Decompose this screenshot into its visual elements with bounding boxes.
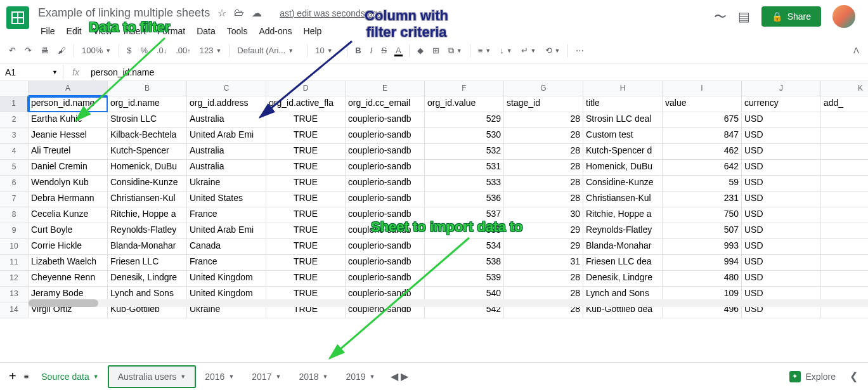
data-cell[interactable]: couplerio-sandb: [346, 160, 425, 176]
paint-format-icon[interactable]: 🖌: [54, 43, 70, 58]
tab-source-data[interactable]: Source data▼: [32, 367, 107, 387]
data-cell[interactable]: Homenick, DuBu: [583, 160, 663, 176]
menu-help[interactable]: Help: [299, 23, 327, 39]
row-header[interactable]: 5: [0, 160, 29, 176]
data-cell[interactable]: couplerio-sandb: [346, 112, 425, 128]
row-header[interactable]: 6: [0, 176, 29, 192]
percent-btn[interactable]: %: [136, 43, 152, 58]
menu-format[interactable]: Format: [152, 23, 190, 39]
data-cell[interactable]: 231: [663, 192, 742, 207]
data-cell[interactable]: couplerio-sandb: [346, 144, 425, 160]
add-sheet-btn[interactable]: +: [5, 367, 20, 386]
data-cell[interactable]: 2016: [821, 128, 868, 144]
header-cell[interactable]: add_: [821, 96, 868, 112]
data-cell[interactable]: 2016: [821, 255, 868, 271]
currency-btn[interactable]: $: [123, 43, 135, 58]
column-header[interactable]: J: [742, 81, 821, 96]
data-cell[interactable]: USD: [742, 144, 821, 160]
row-header[interactable]: 3: [0, 128, 29, 144]
data-cell[interactable]: Cecelia Kunze: [29, 207, 108, 223]
sheets-logo[interactable]: [5, 5, 30, 30]
more-toolbar-btn[interactable]: ⋯: [572, 43, 588, 58]
data-cell[interactable]: Daniel Cremin: [29, 160, 108, 176]
row-header[interactable]: 13: [0, 287, 29, 302]
data-cell[interactable]: 532: [425, 144, 504, 160]
data-cell[interactable]: Lizabeth Waelch: [29, 255, 108, 271]
data-cell[interactable]: USD: [742, 128, 821, 144]
column-header[interactable]: H: [583, 81, 663, 96]
data-cell[interactable]: 480: [663, 271, 742, 287]
menu-data[interactable]: Data: [191, 23, 221, 39]
data-cell[interactable]: 2016: [821, 192, 868, 207]
data-cell[interactable]: Blanda-Monahar: [108, 239, 187, 255]
menu-edit[interactable]: Edit: [62, 23, 87, 39]
data-cell[interactable]: Christiansen-Kul: [108, 192, 187, 207]
data-cell[interactable]: Cheyenne Renn: [29, 271, 108, 287]
column-header[interactable]: C: [187, 81, 266, 96]
avatar[interactable]: [832, 5, 855, 28]
data-cell[interactable]: 29: [504, 223, 583, 239]
data-cell[interactable]: USD: [742, 192, 821, 207]
halign-btn[interactable]: ≡▼: [474, 43, 495, 58]
data-cell[interactable]: couplerio-sandb: [346, 239, 425, 255]
dec-decimal-btn[interactable]: .0↓: [153, 43, 171, 58]
data-cell[interactable]: 59: [663, 176, 742, 192]
data-cell[interactable]: USD: [742, 223, 821, 239]
data-cell[interactable]: TRUE: [266, 128, 346, 144]
font-size-select[interactable]: 10▼: [311, 43, 343, 58]
data-cell[interactable]: TRUE: [266, 239, 346, 255]
row-header[interactable]: 14: [0, 302, 29, 318]
data-cell[interactable]: 994: [663, 255, 742, 271]
data-cell[interactable]: TRUE: [266, 223, 346, 239]
menu-file[interactable]: File: [36, 23, 60, 39]
data-cell[interactable]: 539: [425, 271, 504, 287]
data-cell[interactable]: Strosin LLC: [108, 112, 187, 128]
menu-addons[interactable]: Add-ons: [254, 23, 297, 39]
move-icon[interactable]: 🗁: [234, 7, 244, 19]
italic-btn[interactable]: I: [366, 43, 377, 58]
tab-2017[interactable]: 2017▼: [243, 367, 290, 387]
share-button[interactable]: 🔒 Share: [761, 6, 821, 27]
name-box[interactable]: A1▼: [0, 65, 63, 80]
activity-icon[interactable]: 〜: [714, 8, 727, 25]
last-edit[interactable]: ast) edit was seconds ago: [280, 8, 382, 18]
data-cell[interactable]: Ukraine: [187, 176, 266, 192]
data-cell[interactable]: 28: [504, 176, 583, 192]
data-cell[interactable]: 2016: [821, 239, 868, 255]
column-header[interactable]: F: [425, 81, 504, 96]
data-cell[interactable]: 30: [504, 207, 583, 223]
data-cell[interactable]: Kilback-Bechtela: [108, 128, 187, 144]
data-cell[interactable]: USD: [742, 239, 821, 255]
merge-btn[interactable]: ⧉▼: [444, 43, 466, 58]
data-cell[interactable]: Considine-Kunze: [583, 176, 663, 192]
data-cell[interactable]: TRUE: [266, 144, 346, 160]
data-cell[interactable]: Australia: [187, 160, 266, 176]
doc-title[interactable]: Example of linking multiple sheets: [36, 5, 212, 21]
horizontal-scrollbar[interactable]: [29, 299, 868, 307]
row-header[interactable]: 11: [0, 255, 29, 271]
explore-button[interactable]: ✦ Explore: [781, 366, 845, 387]
data-cell[interactable]: Curt Boyle: [29, 223, 108, 239]
data-cell[interactable]: 642: [663, 160, 742, 176]
header-cell[interactable]: title: [583, 96, 663, 112]
redo-icon[interactable]: ↷: [21, 43, 36, 58]
data-cell[interactable]: Canada: [187, 239, 266, 255]
data-cell[interactable]: 507: [663, 223, 742, 239]
data-cell[interactable]: Wendolyn Kub: [29, 176, 108, 192]
collapse-toolbar-btn[interactable]: ᐱ: [850, 43, 863, 58]
undo-icon[interactable]: ↶: [5, 43, 20, 58]
header-cell[interactable]: org_id.address: [187, 96, 266, 112]
data-cell[interactable]: Eartha Kuhic: [29, 112, 108, 128]
data-cell[interactable]: 750: [663, 207, 742, 223]
row-header[interactable]: 9: [0, 223, 29, 239]
data-cell[interactable]: Blanda-Monahar: [583, 239, 663, 255]
data-cell[interactable]: 31: [504, 255, 583, 271]
borders-btn[interactable]: ⊞: [429, 43, 443, 58]
data-cell[interactable]: France: [187, 207, 266, 223]
header-cell[interactable]: person_id.name: [29, 96, 108, 112]
data-cell[interactable]: TRUE: [266, 192, 346, 207]
side-panel-toggle-icon[interactable]: ❮: [845, 365, 863, 387]
column-header[interactable]: G: [504, 81, 583, 96]
tab-2019[interactable]: 2019▼: [337, 367, 384, 387]
data-cell[interactable]: Reynolds-Flatley: [108, 223, 187, 239]
